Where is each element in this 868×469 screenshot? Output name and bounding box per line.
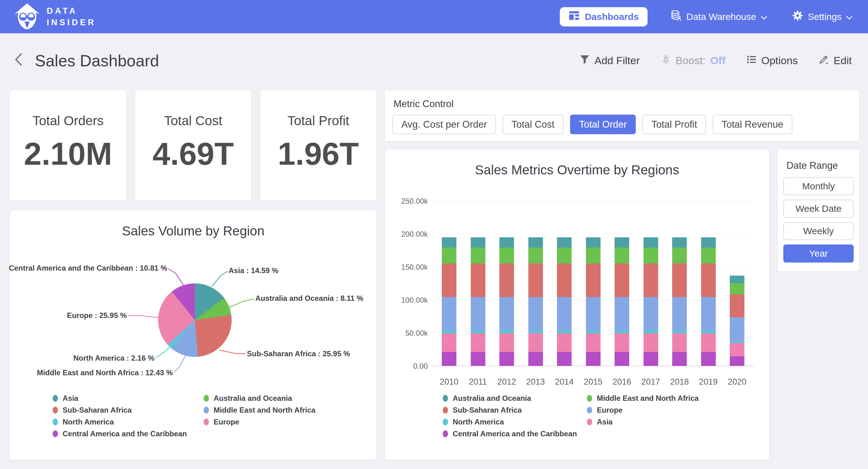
bar-segment-sub-saharan-africa[interactable] — [471, 263, 485, 297]
bar-segment-asia[interactable] — [442, 333, 457, 352]
legend-item-north-america[interactable]: North America — [53, 418, 114, 426]
bar-segment-asia[interactable] — [730, 343, 744, 356]
bar-2010[interactable] — [442, 201, 457, 366]
bar-segment-australia-and-oceania[interactable] — [557, 237, 571, 247]
bar-segment-europe[interactable] — [615, 297, 629, 330]
bar-segment-asia[interactable] — [586, 333, 600, 352]
bar-segment-australia-and-oceania[interactable] — [528, 237, 543, 247]
edit-button[interactable]: Edit — [817, 54, 854, 67]
boost-toggle[interactable]: Boost: Off — [659, 54, 727, 67]
bar-segment-north-america[interactable] — [499, 330, 514, 333]
legend-item-europe[interactable]: Europe — [587, 406, 623, 414]
bar-segment-middle-east-and-north-africa[interactable] — [586, 247, 600, 263]
bar-segment-australia-and-oceania[interactable] — [471, 237, 485, 247]
bar-2015[interactable] — [586, 201, 600, 366]
bar-segment-middle-east-and-north-africa[interactable] — [730, 283, 744, 294]
bar-segment-europe[interactable] — [672, 297, 687, 330]
bar-segment-north-america[interactable] — [442, 330, 457, 333]
bar-segment-sub-saharan-africa[interactable] — [730, 294, 744, 318]
bar-segment-central-america-and-the-caribbean[interactable] — [730, 356, 744, 366]
date-range-button-year[interactable]: Year — [783, 244, 854, 263]
legend-item-asia[interactable]: Asia — [53, 394, 79, 403]
bar-segment-asia[interactable] — [672, 333, 687, 352]
bar-segment-north-america[interactable] — [557, 330, 571, 333]
legend-item-central-america-and-the-caribbean[interactable]: Central America and the Caribbean — [53, 430, 187, 438]
pie-chart[interactable] — [158, 284, 231, 357]
bar-segment-australia-and-oceania[interactable] — [442, 237, 457, 247]
date-range-button-monthly[interactable]: Monthly — [783, 177, 854, 195]
bar-2017[interactable] — [644, 201, 658, 366]
bar-segment-asia[interactable] — [499, 333, 514, 352]
bar-segment-europe[interactable] — [586, 297, 600, 330]
bar-segment-central-america-and-the-caribbean[interactable] — [557, 352, 571, 366]
bar-segment-australia-and-oceania[interactable] — [644, 237, 658, 247]
bar-2011[interactable] — [471, 201, 485, 366]
legend-item-australia-and-oceania[interactable]: Australia and Oceania — [443, 394, 531, 403]
bar-segment-europe[interactable] — [442, 297, 457, 330]
bar-segment-north-america[interactable] — [586, 330, 600, 333]
bar-2019[interactable] — [701, 201, 716, 366]
legend-item-sub-saharan-africa[interactable]: Sub-Saharan Africa — [53, 406, 132, 414]
bar-segment-middle-east-and-north-africa[interactable] — [442, 247, 457, 263]
bar-segment-central-america-and-the-caribbean[interactable] — [499, 352, 514, 366]
bar-segment-australia-and-oceania[interactable] — [730, 275, 744, 283]
bar-segment-australia-and-oceania[interactable] — [499, 237, 514, 247]
bar-2018[interactable] — [672, 201, 687, 366]
bar-segment-europe[interactable] — [644, 297, 658, 330]
bar-segment-central-america-and-the-caribbean[interactable] — [471, 352, 485, 366]
legend-item-middle-east-and-north-africa[interactable]: Middle East and North Africa — [204, 406, 315, 414]
bar-segment-central-america-and-the-caribbean[interactable] — [701, 352, 716, 366]
bar-segment-middle-east-and-north-africa[interactable] — [615, 247, 629, 263]
bar-segment-middle-east-and-north-africa[interactable] — [471, 247, 485, 263]
metric-button-total-cost[interactable]: Total Cost — [502, 115, 563, 134]
bar-segment-central-america-and-the-caribbean[interactable] — [615, 352, 629, 366]
bar-segment-sub-saharan-africa[interactable] — [701, 263, 716, 297]
bar-segment-asia[interactable] — [528, 333, 543, 352]
bar-segment-australia-and-oceania[interactable] — [586, 237, 600, 247]
bar-segment-middle-east-and-north-africa[interactable] — [499, 247, 514, 263]
bar-2020[interactable] — [730, 201, 744, 366]
bar-2013[interactable] — [528, 201, 543, 366]
bar-segment-sub-saharan-africa[interactable] — [499, 263, 514, 297]
bar-segment-europe[interactable] — [730, 317, 744, 341]
bar-segment-sub-saharan-africa[interactable] — [557, 263, 571, 297]
bar-segment-australia-and-oceania[interactable] — [672, 237, 687, 247]
bar-segment-australia-and-oceania[interactable] — [701, 237, 716, 247]
bar-segment-north-america[interactable] — [528, 330, 543, 333]
bar-segment-sub-saharan-africa[interactable] — [644, 263, 658, 297]
metric-button-total-order[interactable]: Total Order — [570, 115, 636, 134]
bar-segment-central-america-and-the-caribbean[interactable] — [586, 352, 600, 366]
back-button[interactable] — [14, 53, 23, 68]
bar-segment-central-america-and-the-caribbean[interactable] — [528, 352, 543, 366]
bar-segment-central-america-and-the-caribbean[interactable] — [672, 352, 687, 366]
metric-button-total-revenue[interactable]: Total Revenue — [713, 115, 792, 134]
bar-segment-asia[interactable] — [615, 333, 629, 352]
bar-segment-asia[interactable] — [557, 333, 571, 352]
bar-segment-north-america[interactable] — [644, 330, 658, 333]
legend-item-australia-and-oceania[interactable]: Australia and Oceania — [204, 394, 292, 403]
bar-segment-sub-saharan-africa[interactable] — [615, 263, 629, 297]
bar-2012[interactable] — [499, 201, 514, 366]
options-button[interactable]: Options — [745, 54, 800, 67]
bar-segment-north-america[interactable] — [672, 330, 687, 333]
bar-segment-middle-east-and-north-africa[interactable] — [701, 247, 716, 263]
bar-segment-asia[interactable] — [471, 333, 485, 352]
date-range-button-week-date[interactable]: Week Date — [783, 200, 854, 218]
bar-segment-central-america-and-the-caribbean[interactable] — [644, 352, 658, 366]
bar-2016[interactable] — [615, 201, 629, 366]
bar-segment-north-america[interactable] — [471, 330, 485, 333]
bar-segment-europe[interactable] — [471, 297, 485, 330]
bar-segment-australia-and-oceania[interactable] — [615, 237, 629, 247]
date-range-button-weekly[interactable]: Weekly — [783, 222, 854, 240]
legend-item-north-america[interactable]: North America — [443, 418, 504, 426]
bar-segment-sub-saharan-africa[interactable] — [442, 263, 457, 297]
bar-segment-north-america[interactable] — [615, 330, 629, 333]
nav-dashboards-button[interactable]: Dashboards — [560, 7, 647, 27]
bar-segment-north-america[interactable] — [730, 341, 744, 343]
bar-segment-europe[interactable] — [499, 297, 514, 330]
legend-item-central-america-and-the-caribbean[interactable]: Central America and the Caribbean — [443, 430, 577, 438]
bar-segment-central-america-and-the-caribbean[interactable] — [442, 352, 457, 366]
bar-segment-middle-east-and-north-africa[interactable] — [672, 247, 687, 263]
bar-segment-europe[interactable] — [557, 297, 571, 330]
bar-segment-middle-east-and-north-africa[interactable] — [644, 247, 658, 263]
